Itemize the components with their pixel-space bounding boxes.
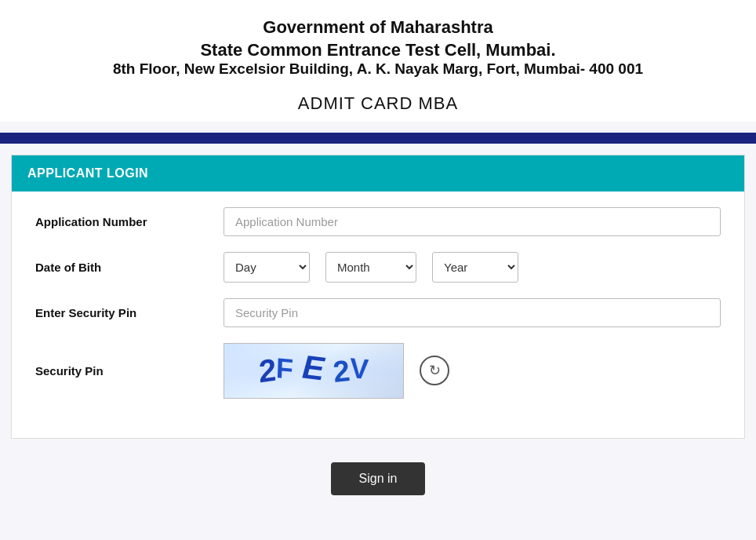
application-number-input[interactable] [224, 207, 721, 236]
security-pin-captcha-label: Security Pin [35, 364, 224, 378]
form-header: APPLICANT LOGIN [12, 155, 744, 192]
security-pin-input-row: Enter Security Pin [35, 298, 721, 327]
captcha-image: 2 F E 2 V [224, 343, 404, 399]
captcha-refresh-button[interactable]: ↻ [420, 356, 449, 385]
header-line2: State Common Entrance Test Cell, Mumbai. [8, 40, 748, 60]
applicant-login-form: APPLICANT LOGIN Application Number Date … [11, 155, 745, 439]
security-pin-input-label: Enter Security Pin [35, 306, 224, 319]
captcha-char-2: F [275, 352, 293, 386]
application-number-label: Application Number [35, 215, 224, 228]
signin-row: Sign in [0, 462, 756, 519]
date-of-birth-label: Date of Bith [35, 261, 224, 274]
security-pin-captcha-row: Security Pin 2 F E 2 V ↻ [35, 343, 721, 399]
form-body: Application Number Date of Bith Day 0102… [12, 192, 744, 438]
header-line1: Government of Maharashtra [8, 16, 748, 40]
form-section-title: APPLICANT LOGIN [27, 166, 148, 180]
security-pin-input[interactable] [224, 298, 721, 327]
page-header: Government of Maharashtra State Common E… [0, 0, 756, 122]
header-line3: 8th Floor, New Excelsior Building, A. K.… [8, 60, 748, 78]
date-of-birth-row: Date of Bith Day 01020304 05060708 09101… [35, 252, 721, 283]
captcha-area: 2 F E 2 V ↻ [224, 343, 449, 399]
admit-card-title: ADMIT CARD MBA [8, 93, 748, 114]
blue-divider [0, 133, 756, 144]
captcha-char-1: 2 [258, 352, 277, 389]
dob-selects: Day 01020304 05060708 09101112 13141516 … [224, 252, 721, 283]
month-select[interactable]: Month JanuaryFebruaryMarch AprilMayJune … [325, 252, 416, 283]
year-select[interactable]: Year 1980198119821983 1984198519861987 1… [432, 252, 518, 283]
day-select[interactable]: Day 01020304 05060708 09101112 13141516 … [224, 252, 310, 283]
signin-button[interactable]: Sign in [331, 462, 426, 495]
captcha-char-7: V [349, 352, 369, 386]
application-number-row: Application Number [35, 207, 721, 236]
